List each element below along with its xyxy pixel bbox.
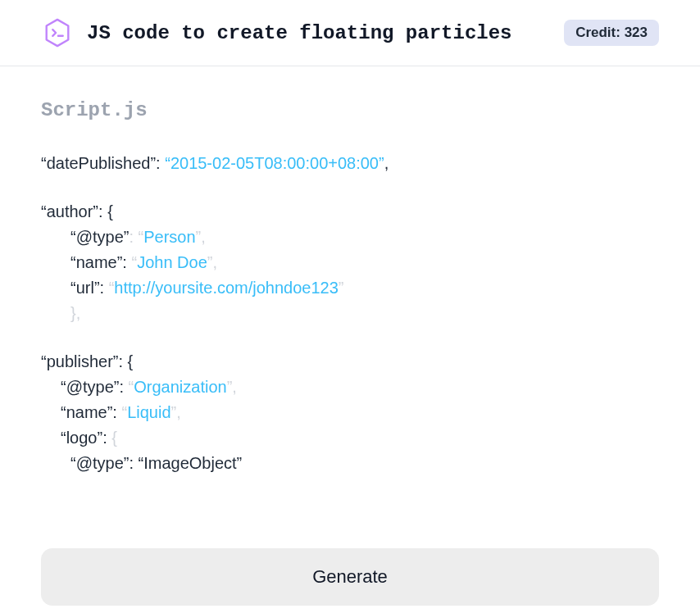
code-key: “logo” — [61, 429, 102, 447]
terminal-icon — [41, 16, 74, 49]
code-key: “@type” — [70, 454, 129, 472]
generate-button[interactable]: Generate — [41, 548, 659, 606]
code-key: “publisher” — [41, 352, 118, 370]
filename-label: Script.js — [41, 99, 659, 121]
content-area: Script.js “datePublished”: “2015-02-05T0… — [0, 66, 700, 515]
code-value: John Doe — [137, 253, 207, 271]
code-key: “author” — [41, 202, 98, 220]
code-key: “@type” — [70, 228, 129, 246]
code-value: Person — [143, 228, 195, 246]
code-value: “2015-02-05T08:00:00+08:00” — [165, 154, 384, 172]
svg-marker-0 — [47, 20, 69, 46]
code-key: “name” — [70, 253, 122, 271]
code-key: “@type” — [61, 378, 119, 396]
code-key: “name” — [61, 403, 112, 421]
page-title: JS code to create floating particles — [87, 22, 551, 44]
code-value: http://yoursite.com/johndoe123 — [114, 279, 339, 297]
code-value: Organization — [134, 378, 226, 396]
code-block: “datePublished”: “2015-02-05T08:00:00+08… — [41, 151, 659, 476]
code-key: “url” — [70, 279, 100, 297]
code-value: “ImageObject” — [139, 454, 243, 472]
code-key: “datePublished” — [41, 154, 156, 172]
code-value: Liquid — [127, 403, 170, 421]
header: JS code to create floating particles Cre… — [0, 0, 700, 66]
credit-badge: Credit: 323 — [564, 20, 659, 46]
